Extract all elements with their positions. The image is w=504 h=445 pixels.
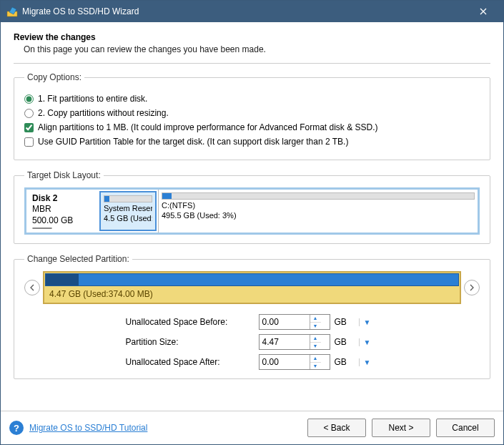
unit-dropdown[interactable]: ▼ [359,358,379,366]
partition-size: 495.5 GB (Used: 3%) [162,211,475,221]
fit-partitions-radio[interactable] [24,94,34,104]
wizard-window: Migrate OS to SSD/HD Wizard Review the c… [0,0,504,445]
partition-c[interactable]: C:(NTFS) 495.5 GB (Used: 3%) [158,190,478,233]
window-title: Migrate OS to SSD/HD Wizard [22,6,139,16]
align-1mb-label[interactable]: Align partitions to 1 MB. (It could impr… [38,122,378,132]
unit-label: GB [335,337,355,347]
target-disk-layout-group: Target Disk Layout: Disk 2 MBR 500.00 GB… [14,170,490,244]
copy-options-group: Copy Options: 1. Fit partitions to entir… [14,72,490,160]
disk-scheme: MBR [32,204,73,215]
tutorial-link[interactable]: Migrate OS to SSD/HD Tutorial [29,423,147,433]
selected-partition-bar[interactable] [45,273,459,286]
help-icon[interactable]: ? [9,421,24,435]
page-title: Review the changes [14,32,490,42]
content-area: Review the changes On this page you can … [1,22,503,411]
space-before-input-wrap: ▲ ▼ [259,314,330,330]
copy-options-legend: Copy Options: [24,72,84,82]
selected-partition-summary: 4.47 GB (Used:374.00 MB) [45,286,459,302]
disk-name: Disk 2 [32,193,73,205]
change-selected-legend: Change Selected Partition: [24,254,132,264]
spin-down-icon[interactable]: ▼ [310,343,321,350]
spin-down-icon[interactable]: ▼ [310,363,321,370]
guid-pt-label[interactable]: Use GUID Partition Table for the target … [38,137,348,147]
partition-name: System Reser [104,204,152,214]
fit-partitions-label[interactable]: 1. Fit partitions to entire disk. [38,94,147,104]
titlebar: Migrate OS to SSD/HD Wizard [1,1,503,22]
unit-dropdown[interactable]: ▼ [359,338,379,346]
next-button[interactable]: Next > [372,419,430,437]
disk-size: 500.00 GB [32,215,73,227]
space-after-input[interactable] [260,355,310,369]
change-selected-group: Change Selected Partition: 4.47 GB (Used… [14,254,490,379]
partition-size: 4.5 GB (Used: [104,214,152,224]
close-button[interactable] [469,1,498,22]
cancel-button[interactable]: Cancel [436,419,495,437]
align-1mb-checkbox[interactable] [24,123,34,132]
spin-up-icon[interactable]: ▲ [310,355,321,363]
footer: ? Migrate OS to SSD/HD Tutorial < Back N… [1,411,503,444]
partition-size-input[interactable] [260,335,310,349]
next-partition-button[interactable] [464,280,480,295]
space-after-label: Unallocated Space After: [126,357,255,367]
app-icon [6,6,18,17]
partition-system-reserved[interactable]: System Reser 4.5 GB (Used: [99,191,157,231]
back-button[interactable]: < Back [307,419,366,437]
space-before-input[interactable] [260,315,310,329]
space-after-input-wrap: ▲ ▼ [259,354,330,370]
copy-without-resize-label[interactable]: 2. Copy partitions without resizing. [38,108,169,118]
guid-pt-checkbox[interactable] [24,137,34,147]
spin-up-icon[interactable]: ▲ [310,335,321,343]
spin-down-icon[interactable]: ▼ [310,323,321,330]
space-before-label: Unallocated Space Before: [126,317,255,327]
unit-label: GB [335,357,355,367]
prev-partition-button[interactable] [24,280,40,295]
copy-without-resize-radio[interactable] [24,109,34,118]
divider [14,63,490,64]
spin-up-icon[interactable]: ▲ [310,315,321,323]
disk-layout: Disk 2 MBR 500.00 GB System Reser 4.5 GB… [24,187,480,235]
unit-dropdown[interactable]: ▼ [359,318,379,326]
unit-label: GB [335,317,355,327]
page-subtitle: On this page you can review the changes … [24,44,490,54]
partition-size-label: Partition Size: [126,337,255,347]
partition-size-input-wrap: ▲ ▼ [259,334,330,350]
disk-icon [32,228,52,229]
disk-info: Disk 2 MBR 500.00 GB [26,190,98,233]
partition-name: C:(NTFS) [162,201,475,211]
target-disk-layout-legend: Target Disk Layout: [24,170,104,180]
selected-partition-box: 4.47 GB (Used:374.00 MB) [43,271,461,304]
